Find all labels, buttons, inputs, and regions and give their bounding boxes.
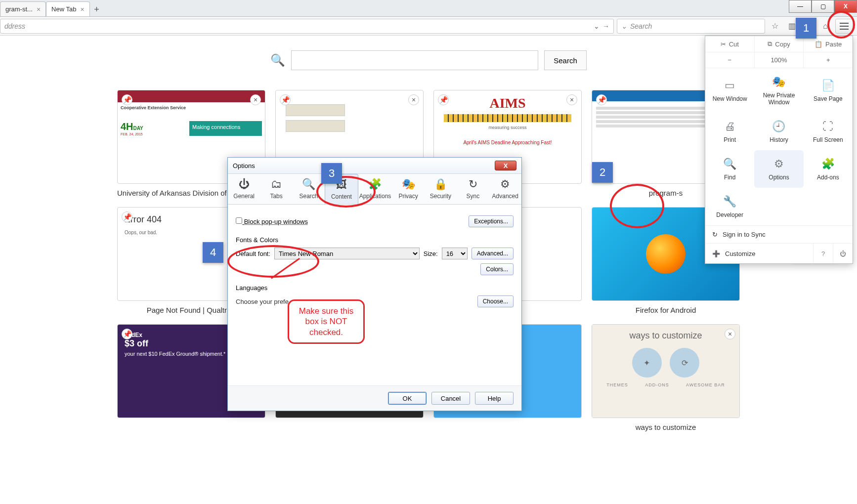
center-search-input[interactable] xyxy=(291,50,538,70)
menu-cut[interactable]: ✂Cut xyxy=(705,36,755,52)
minimize-icon: — xyxy=(797,3,803,10)
bookmark-star-icon[interactable]: ☆ xyxy=(768,19,782,33)
dropdown-icon[interactable]: ⌄ xyxy=(594,22,600,30)
search-placeholder: Search xyxy=(630,22,652,30)
address-bar[interactable]: ddress ⌄ → xyxy=(0,19,614,34)
switch-icon: ⏻ xyxy=(239,178,250,191)
pin-icon[interactable]: 📌 xyxy=(438,94,449,105)
go-arrow-icon[interactable]: → xyxy=(602,22,609,30)
search-icon: 🔍 xyxy=(302,178,315,191)
window-maximize[interactable]: ▢ xyxy=(812,0,834,13)
colors-button[interactable]: Colors... xyxy=(480,263,514,275)
dlg-tab-advanced[interactable]: ⚙Advanced xyxy=(489,174,521,204)
search-bar[interactable]: ⌄ Search xyxy=(617,19,765,34)
close-icon: X xyxy=(844,3,848,10)
menu-options[interactable]: ⚙Options xyxy=(754,150,803,188)
tab-0[interactable]: gram-st... × xyxy=(0,1,46,16)
tab-label: New Tab xyxy=(51,5,76,13)
expand-icon: ⛶ xyxy=(821,120,835,133)
menu-new-private[interactable]: 🎭New Private Window xyxy=(754,68,803,113)
zoom-in[interactable]: + xyxy=(804,52,853,68)
font-advanced-button[interactable]: Advanced... xyxy=(471,248,514,259)
menu-print[interactable]: 🖨Print xyxy=(705,113,754,150)
pin-icon[interactable]: 📌 xyxy=(122,329,132,339)
sync-icon: ↻ xyxy=(469,178,477,191)
window-minimize[interactable]: — xyxy=(789,0,812,13)
mask-icon: 🎭 xyxy=(772,75,786,89)
remove-tile-icon[interactable]: × xyxy=(725,329,735,339)
dlg-tab-privacy[interactable]: 🎭Privacy xyxy=(392,174,424,204)
pin-icon[interactable]: 📌 xyxy=(122,211,132,222)
cancel-button[interactable]: Cancel xyxy=(431,392,470,405)
search-icon: 🔍 xyxy=(723,157,737,171)
center-search-button[interactable]: Search xyxy=(544,50,587,70)
page-icon: 📄 xyxy=(821,79,835,92)
tab-bar: gram-st... × New Tab × + xyxy=(0,0,857,17)
menu-button[interactable] xyxy=(835,19,853,34)
help-button[interactable]: Help xyxy=(475,392,514,405)
dlg-tab-security[interactable]: 🔒Security xyxy=(425,174,457,204)
dlg-tab-sync[interactable]: ↻Sync xyxy=(457,174,489,204)
thumb-addons: ADD-ONS xyxy=(645,382,669,387)
menu-addons[interactable]: 🧩Add-ons xyxy=(804,150,853,188)
dialog-titlebar: Options X xyxy=(228,158,521,174)
new-tab-button[interactable]: + xyxy=(90,2,104,16)
home-icon[interactable]: ⌂ xyxy=(818,19,832,33)
puzzle-icon: 🧩 xyxy=(821,157,835,171)
window-icon: ▭ xyxy=(723,79,737,92)
menu-customize[interactable]: ➕Customize xyxy=(705,245,813,262)
app-menu: ✂Cut ⧉Copy 📋Paste − 100% + ▭New Window 🎭… xyxy=(705,36,853,264)
remove-tile-icon[interactable]: × xyxy=(408,94,419,105)
menu-signin[interactable]: ↻Sign in to Sync xyxy=(705,225,853,243)
pin-icon[interactable]: 📌 xyxy=(122,94,132,105)
block-popups-checkbox[interactable] xyxy=(236,217,242,224)
printer-icon: 🖨 xyxy=(723,120,737,133)
choose-language-button[interactable]: Choose... xyxy=(477,295,514,307)
menu-developer[interactable]: 🔧Developer xyxy=(705,188,754,225)
pin-icon[interactable]: 📌 xyxy=(280,94,291,105)
font-size-select[interactable]: 16 xyxy=(442,248,468,259)
menu-new-window[interactable]: ▭New Window xyxy=(705,68,754,113)
annotation-marker-2: 2 xyxy=(592,162,613,183)
thumb-aims-sub: measuring success xyxy=(434,125,581,130)
tab-close-icon[interactable]: × xyxy=(80,5,84,13)
block-popups-label[interactable]: Block pop-up windows xyxy=(236,217,308,225)
dlg-tab-general[interactable]: ⏻General xyxy=(228,174,260,204)
annotation-marker-1: 1 xyxy=(796,18,816,39)
dlg-tab-search[interactable]: 🔍Search xyxy=(293,174,325,204)
mask-icon: 🎭 xyxy=(402,178,415,191)
tile[interactable]: × ways to customize ✦ ⟳ THEMES ADD-ONS A… xyxy=(592,324,740,431)
remove-tile-icon[interactable]: × xyxy=(250,94,261,105)
address-placeholder: ddress xyxy=(4,22,25,30)
annotation-marker-4: 4 xyxy=(203,242,223,263)
menu-history[interactable]: 🕘History xyxy=(754,113,803,150)
firefox-logo-icon xyxy=(646,234,686,274)
dlg-tab-tabs[interactable]: 🗂Tabs xyxy=(260,174,292,204)
thumb-themes: THEMES xyxy=(606,382,628,387)
clock-icon: 🕘 xyxy=(772,120,786,133)
menu-find[interactable]: 🔍Find xyxy=(705,150,754,188)
menu-save-page[interactable]: 📄Save Page xyxy=(804,68,853,113)
power-icon[interactable]: ⏻ xyxy=(833,244,853,263)
tab-close-icon[interactable]: × xyxy=(37,5,41,13)
exceptions-button[interactable]: Exceptions... xyxy=(469,215,514,227)
menu-full-screen[interactable]: ⛶Full Screen xyxy=(804,113,853,150)
default-font-select[interactable]: Times New Roman xyxy=(274,248,420,259)
thumb-date: FEB. 24, 2015 xyxy=(121,132,187,136)
tab-1[interactable]: New Tab × xyxy=(46,1,90,16)
window-close[interactable]: X xyxy=(834,0,857,13)
thumb-bar: AWESOME BAR xyxy=(686,382,725,387)
pin-icon[interactable]: 📌 xyxy=(596,94,607,105)
copy-icon: ⧉ xyxy=(768,40,772,48)
thumb-text: Cooperative Extension Service xyxy=(121,105,186,110)
zoom-out[interactable]: − xyxy=(705,52,755,68)
ok-button[interactable]: OK xyxy=(388,392,427,405)
dialog-close-button[interactable]: X xyxy=(495,161,516,170)
thumb-custom-title: ways to customize xyxy=(598,331,733,341)
search-icon: 🔍 xyxy=(270,53,285,67)
nav-toolbar: ddress ⌄ → ⌄ Search ☆ ▥ ↓ ⌂ xyxy=(0,17,857,36)
tab-label: gram-st... xyxy=(5,5,33,13)
remove-tile-icon[interactable]: × xyxy=(566,94,577,105)
help-icon[interactable]: ? xyxy=(813,244,833,263)
dlg-tab-applications[interactable]: 🧩Applications xyxy=(358,174,392,204)
